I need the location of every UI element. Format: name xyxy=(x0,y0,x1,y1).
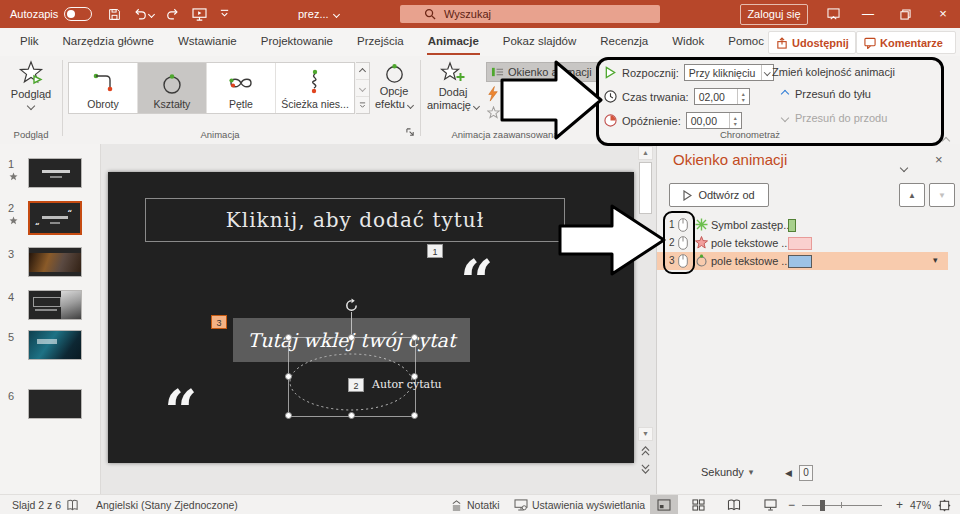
minimize-button[interactable]: — xyxy=(853,0,883,28)
animation-item-2[interactable]: 2 pole tekstowe ... xyxy=(657,234,948,252)
timeline-bar-pink[interactable] xyxy=(788,237,812,250)
preview-button[interactable]: Podgląd xyxy=(6,60,56,124)
animation-item-3-selected[interactable]: 3 pole tekstowe ... ▾ xyxy=(657,252,948,270)
doc-title-chevron-icon[interactable] xyxy=(333,10,340,17)
tab-plik[interactable]: Plik xyxy=(8,28,51,56)
title-placeholder[interactable]: Kliknij, aby dodać tytuł xyxy=(145,198,565,242)
close-button[interactable]: × xyxy=(928,0,958,28)
rotate-handle[interactable] xyxy=(344,298,359,313)
animation-item-1[interactable]: 1 Symbol zastęp... xyxy=(657,216,948,234)
gallery-item-petle[interactable]: Pętle xyxy=(207,63,276,113)
reorder-up-button[interactable]: ▲ xyxy=(899,183,925,207)
redo-button[interactable] xyxy=(166,8,180,21)
zoom-level[interactable]: 47% xyxy=(910,495,931,514)
move-earlier-button[interactable]: Przesuń do tyłu xyxy=(782,88,871,100)
row-dropdown-icon[interactable]: ▾ xyxy=(933,255,938,265)
gallery-more-icon[interactable] xyxy=(356,97,369,113)
selection-handle[interactable] xyxy=(348,412,355,419)
tab-projektowanie[interactable]: Projektowanie xyxy=(249,28,345,56)
timeline-bar-blue[interactable] xyxy=(788,255,812,268)
slide-counter[interactable]: Slajd 2 z 6 xyxy=(12,495,61,514)
selection-handle[interactable] xyxy=(285,412,292,419)
undo-button[interactable] xyxy=(133,8,154,21)
language-indicator[interactable]: Angielski (Stany Zjednoczone) xyxy=(96,495,238,514)
zoom-out-button[interactable]: − xyxy=(788,495,795,514)
animation-badge-3[interactable]: 3 xyxy=(211,315,227,329)
share-button[interactable]: Udostępnij xyxy=(768,31,856,54)
start-slideshow-icon[interactable] xyxy=(192,8,207,21)
tab-wstawianie[interactable]: Wstawianie xyxy=(166,28,249,56)
pane-menu-chevron-icon[interactable] xyxy=(901,157,907,175)
selection-handle[interactable] xyxy=(411,373,418,380)
play-from-button[interactable]: Odtwórz od xyxy=(669,183,769,207)
selection-handle[interactable] xyxy=(411,334,418,341)
effect-options-button[interactable]: Opcje efektu xyxy=(372,60,416,126)
timeline-bar-green[interactable] xyxy=(788,219,796,232)
trigger-button[interactable] xyxy=(487,86,499,102)
slide-sorter-view-button[interactable] xyxy=(684,495,712,514)
gallery-scroll-down-icon[interactable] xyxy=(356,80,369,97)
search-input[interactable]: Wyszukaj xyxy=(400,5,660,23)
save-icon[interactable] xyxy=(108,8,121,21)
document-title[interactable]: prez... xyxy=(298,8,329,20)
scroll-down-icon[interactable]: ▼ xyxy=(638,427,653,441)
animation-painter-button[interactable]: Malarz animacji xyxy=(487,106,581,120)
delay-input[interactable]: 00,00 ▴▾ xyxy=(686,112,742,129)
selection-handle[interactable] xyxy=(411,412,418,419)
tab-przejscia[interactable]: Przejścia xyxy=(345,28,416,56)
ribbon-display-options-icon[interactable] xyxy=(818,0,848,28)
autosave-toggle[interactable] xyxy=(64,7,92,21)
slide-canvas[interactable]: Kliknij, aby dodać tytuł 1 “ Tutaj wklej… xyxy=(108,172,634,463)
zoom-slider-track[interactable] xyxy=(802,505,882,507)
tab-pokaz-slajdow[interactable]: Pokaz slajdów xyxy=(491,28,589,56)
zoom-in-button[interactable]: + xyxy=(896,495,903,514)
selection-handle[interactable] xyxy=(285,334,292,341)
scrollbar-thumb[interactable] xyxy=(639,162,652,214)
slide-thumbnail-5[interactable] xyxy=(28,330,82,360)
notes-button[interactable]: Notatki xyxy=(450,495,500,514)
restore-button[interactable] xyxy=(890,0,920,28)
timeline-unit-dropdown[interactable]: Sekundy▾ xyxy=(701,466,753,478)
delay-spinner[interactable]: ▴▾ xyxy=(729,113,741,128)
fit-to-window-icon[interactable] xyxy=(938,495,951,514)
start-select[interactable]: Przy kliknięciu xyxy=(684,64,774,81)
gallery-scroll-up-icon[interactable] xyxy=(356,63,369,80)
quote-author-text[interactable]: Autor cytatu xyxy=(372,377,442,393)
tab-recenzja[interactable]: Recenzja xyxy=(588,28,660,56)
slideshow-view-button[interactable] xyxy=(756,495,784,514)
gallery-item-obroty[interactable]: Obroty xyxy=(69,63,138,113)
selection-handle[interactable] xyxy=(348,334,355,341)
selection-handle[interactable] xyxy=(285,373,292,380)
customize-toolbar-icon[interactable] xyxy=(219,9,230,19)
tab-widok[interactable]: Widok xyxy=(660,28,716,56)
gallery-item-sciezka-niestandardowa[interactable]: Ścieżka nies... xyxy=(276,63,354,113)
reorder-down-button[interactable]: ▼ xyxy=(929,183,955,207)
reading-view-button[interactable] xyxy=(720,495,748,514)
slide-thumbnail-4[interactable] xyxy=(28,290,82,320)
duration-spinner[interactable]: ▴▾ xyxy=(737,89,749,104)
tab-narzedzia-glowne[interactable]: Narzędzia główne xyxy=(51,28,166,56)
slide-thumbnail-1[interactable] xyxy=(28,158,82,188)
gallery-item-ksztalty[interactable]: Kształty xyxy=(138,63,207,113)
scroll-up-icon[interactable]: ▲ xyxy=(638,146,653,160)
animation-dialog-launcher-icon[interactable] xyxy=(406,128,415,137)
display-settings-button[interactable]: Ustawienia wyświetlania xyxy=(514,495,645,514)
spellcheck-icon[interactable] xyxy=(66,495,79,514)
slide-thumbnail-2[interactable]: “ “ xyxy=(28,201,82,235)
pane-close-icon[interactable]: × xyxy=(935,152,943,167)
previous-slide-button[interactable] xyxy=(638,444,653,458)
zoom-slider-thumb[interactable] xyxy=(820,500,825,511)
normal-view-button[interactable] xyxy=(650,495,678,514)
sign-in-button[interactable]: Zaloguj się xyxy=(740,4,808,25)
duration-input[interactable]: 02,00 ▴▾ xyxy=(694,88,750,105)
comments-button[interactable]: Komentarze xyxy=(856,31,956,54)
move-later-button[interactable]: Przesuń do przodu xyxy=(782,112,887,124)
add-animation-button[interactable]: Dodaj animację xyxy=(424,60,482,126)
animation-badge-2[interactable]: 2 xyxy=(348,378,364,392)
slide-thumbnail-3[interactable] xyxy=(28,247,82,277)
next-slide-button[interactable] xyxy=(638,462,653,476)
tab-animacje[interactable]: Animacje xyxy=(416,28,491,56)
animation-badge-1[interactable]: 1 xyxy=(427,244,443,258)
animation-pane-button[interactable]: Okienko animacji xyxy=(486,62,598,82)
slide-thumbnail-6[interactable] xyxy=(28,389,82,419)
